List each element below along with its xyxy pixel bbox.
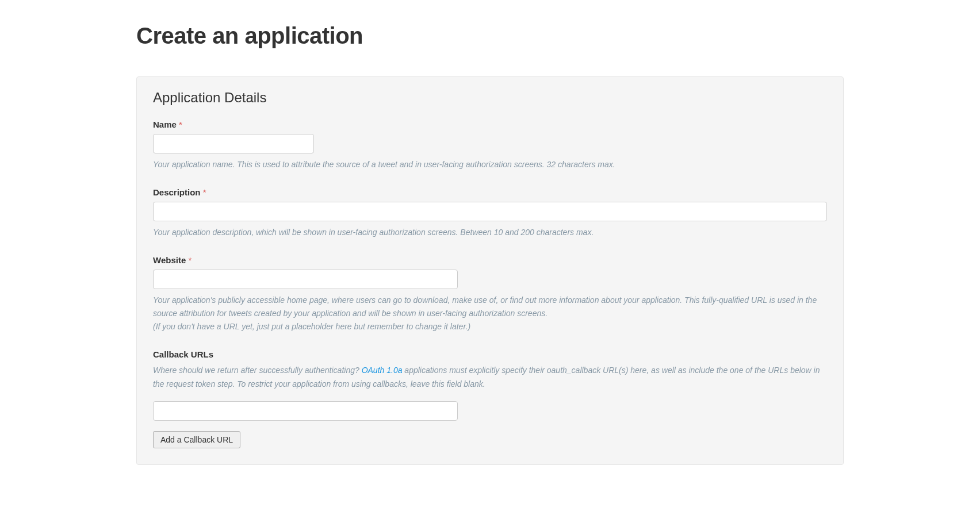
callback-label: Callback URLs [153, 349, 827, 359]
name-group: Name * Your application name. This is us… [153, 120, 827, 171]
name-label-text: Name [153, 120, 177, 129]
required-marker: * [179, 120, 182, 129]
callback-help-pre: Where should we return after successfull… [153, 366, 362, 375]
description-label: Description * [153, 187, 827, 197]
description-help-text: Your application description, which will… [153, 226, 827, 239]
required-marker: * [188, 255, 192, 265]
name-input[interactable] [153, 134, 314, 153]
callback-group: Callback URLs Where should we return aft… [153, 349, 827, 448]
website-label-text: Website [153, 255, 186, 265]
required-marker: * [203, 187, 206, 197]
callback-input-wrap [153, 401, 827, 421]
callback-url-input[interactable] [153, 401, 458, 421]
callback-help-text: Where should we return after successfull… [153, 364, 827, 390]
website-help-line2: (If you don't have a URL yet, just put a… [153, 322, 470, 331]
website-input[interactable] [153, 270, 458, 289]
application-details-panel: Application Details Name * Your applicat… [136, 76, 844, 465]
description-input[interactable] [153, 202, 827, 221]
name-help-text: Your application name. This is used to a… [153, 158, 827, 171]
page-title: Create an application [136, 23, 844, 49]
panel-heading: Application Details [153, 90, 827, 106]
website-help-line1: Your application's publicly accessible h… [153, 295, 817, 318]
website-label: Website * [153, 255, 827, 265]
oauth-link[interactable]: OAuth 1.0a [362, 366, 403, 375]
add-callback-url-button[interactable]: Add a Callback URL [153, 431, 240, 448]
description-group: Description * Your application descripti… [153, 187, 827, 239]
website-group: Website * Your application's publicly ac… [153, 255, 827, 333]
description-label-text: Description [153, 187, 201, 197]
name-label: Name * [153, 120, 827, 129]
website-help-text: Your application's publicly accessible h… [153, 294, 827, 333]
